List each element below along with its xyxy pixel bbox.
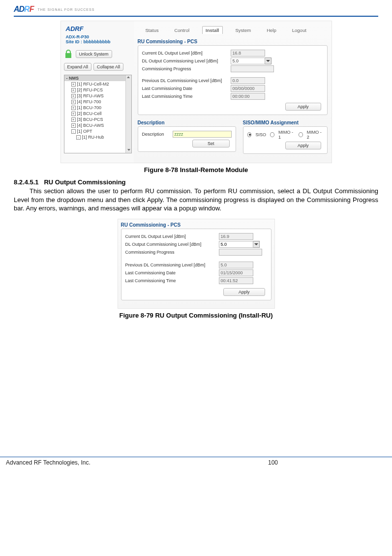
radio-siso[interactable]	[247, 132, 252, 137]
value-last-time: 00:41:52	[219, 277, 253, 284]
value-current-dl: 16.9	[219, 233, 253, 240]
siso-mimo-panel: SISO MIMO - 1 MIMO - 2 Apply	[243, 126, 328, 154]
brand-r: R	[24, 5, 30, 13]
tab-install[interactable]: Install	[202, 26, 222, 34]
tree-row: +[2] BCU-Cell	[64, 111, 131, 117]
label-last-time: Last Commissioning Time	[125, 278, 219, 283]
device-tree: - NMS +[1] RFU-Cell-M2 +[2] RFU-PCS +[3]…	[64, 75, 132, 153]
label-current-dl: Current DL Output Level [dBm]	[125, 234, 219, 239]
label-dl-commission-level: DL Output Commissioning Level [dBm]	[142, 59, 231, 63]
panel-title: RU Commissioning - PCS	[138, 38, 328, 45]
expand-all-button[interactable]: Expand All	[64, 63, 92, 71]
tree-row: +[1] RFU-Cell-M2	[64, 81, 131, 87]
apply-siso-button[interactable]: Apply	[285, 142, 321, 149]
radio-mimo-1[interactable]	[270, 132, 274, 137]
brand-tagline: THE SIGNAL FOR SUCCESS	[37, 8, 94, 11]
description-title: Description	[138, 119, 236, 126]
value-last-date: 01/15/2000	[219, 269, 253, 276]
lock-icon	[64, 49, 73, 59]
tree-row: +[3] BCU-PCS	[64, 117, 131, 122]
progress-bar	[219, 249, 262, 256]
brand-logo: ADRF	[14, 5, 33, 14]
tree-row: +[2] RFU-PCS	[64, 87, 131, 93]
unlock-system-button[interactable]: Unlock System	[76, 50, 112, 58]
screenshot-install-remote-module: ADRF ADX-R-P30 Site ID : bbbbbbbbbb Unlo…	[60, 21, 332, 163]
select-dl-commission-level[interactable]: 5.0	[219, 241, 253, 248]
footer-company: Advanced RF Technologies, Inc.	[6, 459, 268, 466]
sidebar-logo: ADRF	[61, 21, 134, 34]
tree-row: +[1] BCU-700	[64, 105, 131, 111]
select-dl-commission-level[interactable]: 5.0	[231, 58, 265, 64]
collapse-all-button[interactable]: Collapse All	[93, 63, 123, 71]
panel-title: RU Commissioning - PCS	[121, 221, 271, 229]
chevron-down-icon[interactable]	[265, 58, 271, 64]
doc-header: ADRF THE SIGNAL FOR SUCCESS	[14, 5, 378, 16]
product-name: ADX-R-P30	[61, 34, 134, 39]
set-button[interactable]: Set	[192, 140, 230, 147]
label-dl-commission-level: DL Output Commissioning Level [dBm]	[125, 242, 219, 247]
label-description: Description	[142, 132, 173, 137]
tree-row: +[4] RFU-700	[64, 99, 131, 105]
label-prev-dl: Previous DL Commissioning Level [dBm]	[142, 78, 231, 83]
brand-f: F	[30, 5, 34, 13]
figure-caption-1: Figure 8-78 Install-Remote Module	[14, 166, 378, 174]
radio-mimo-2[interactable]	[299, 132, 303, 137]
main-panel: Status Control Install System Help Logou…	[134, 21, 332, 163]
siso-mimo-title: SISO/MIMO Assignment	[243, 119, 328, 126]
label-siso: SISO	[255, 132, 266, 137]
sidebar: ADRF ADX-R-P30 Site ID : bbbbbbbbbb Unlo…	[61, 21, 134, 163]
figure-caption-2: Figure 8-79 RU Output Commissioning (Ins…	[14, 312, 378, 319]
description-input[interactable]: zzzz	[173, 131, 232, 138]
tree-row: -[1] RU-Hub	[64, 134, 131, 140]
chevron-down-icon[interactable]	[253, 241, 260, 248]
tab-control[interactable]: Control	[171, 27, 192, 34]
label-prev-dl: Previous DL Commissioning Level [dBm]	[125, 263, 219, 267]
footer-page-number: 100	[268, 459, 386, 466]
section-paragraph: This section allows the user to perform …	[14, 187, 378, 213]
screenshot-ru-output-commissioning: RU Commissioning - PCS Current DL Output…	[118, 219, 275, 309]
tree-row: -[1] OPT	[64, 128, 131, 134]
tree-row: +[3] RFU-AWS	[64, 93, 131, 99]
tab-help[interactable]: Help	[264, 27, 279, 34]
value-last-date: 00/00/0000	[231, 85, 265, 92]
scrollbar[interactable]	[125, 75, 131, 153]
brand-ad: AD	[14, 5, 24, 13]
header-rule	[14, 16, 378, 17]
page-footer: Advanced RF Technologies, Inc. 100	[0, 457, 392, 476]
label-current-dl: Current DL Output Level [dBm]	[142, 51, 231, 56]
value-prev-dl: 5.0	[219, 262, 253, 268]
progress-bar	[231, 65, 274, 72]
apply-button[interactable]: Apply	[285, 103, 321, 111]
tab-logout[interactable]: Logout	[289, 27, 309, 34]
label-progress: Commissioning Progress	[125, 250, 219, 255]
label-mimo-1: MIMO - 1	[278, 130, 295, 140]
tab-status[interactable]: Status	[143, 27, 162, 34]
apply-button[interactable]: Apply	[223, 288, 265, 296]
label-last-date: Last Commissioning Date	[125, 270, 219, 275]
label-last-date: Last Commissioning Date	[142, 86, 231, 91]
tree-collapse-icon[interactable]: -	[66, 76, 68, 81]
label-last-time: Last Commissioning Time	[142, 94, 231, 99]
tab-system[interactable]: System	[233, 27, 254, 34]
label-mimo-2: MIMO - 2	[307, 130, 323, 140]
tree-header: - NMS	[64, 75, 131, 81]
site-id: Site ID : bbbbbbbbbb	[61, 39, 134, 47]
top-nav: Status Control Install System Help Logou…	[138, 24, 328, 38]
value-current-dl: 16.8	[231, 50, 265, 57]
commissioning-panel: Current DL Output Level [dBm]16.9 DL Out…	[121, 229, 271, 300]
section-heading: 8.2.4.5.1 RU Output Commissioning	[14, 178, 378, 186]
value-last-time: 00:00:00	[231, 93, 265, 100]
tree-row: +[4] BCU-AWS	[64, 122, 131, 128]
commissioning-panel: Current DL Output Level [dBm]16.8 DL Out…	[138, 45, 328, 115]
value-prev-dl: 0.0	[231, 77, 265, 84]
description-panel: Descriptionzzzz Set	[138, 126, 236, 152]
label-progress: Commissioning Progress	[142, 66, 231, 71]
